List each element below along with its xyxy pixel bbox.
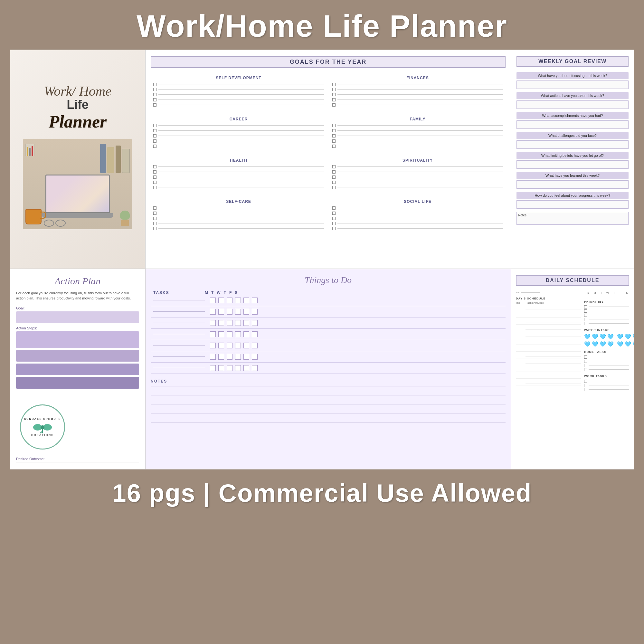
goals-panel: GOALS FOR THE YEAR SELF DEVELOPMENT FINA…	[146, 50, 511, 269]
home-task-item	[584, 355, 629, 359]
cover-title-planner: Planner	[44, 112, 111, 132]
schedule-time-row	[516, 319, 581, 325]
goal-item	[332, 98, 503, 101]
pencil-cup-icon	[25, 144, 34, 156]
review-item-1: What have you been focusing on this week…	[516, 72, 629, 89]
goal-item	[332, 93, 503, 96]
day-s1: S	[586, 291, 591, 294]
priority-item	[584, 314, 629, 317]
review-q1: What have you been focusing on this week…	[516, 72, 629, 79]
goal-item	[332, 129, 503, 132]
home-task-item	[584, 360, 629, 363]
goal-item	[153, 124, 324, 127]
goal-item	[153, 139, 324, 143]
goal-sociallife: SOCIAL LIFE	[330, 197, 506, 235]
goal-item	[332, 139, 503, 143]
goal-self-development: SELF DEVELOPMENT	[151, 73, 327, 111]
brand-logo: SUNDAEE SPROUTS CREATIONS	[20, 404, 65, 450]
goal-item	[332, 181, 503, 184]
glasses-icon	[44, 220, 66, 227]
review-item-2: What actions have you taken this week?	[516, 92, 629, 109]
goal-item	[153, 103, 324, 107]
weekly-review-panel: WEEKLY GOAL REVIEW What have you been fo…	[511, 50, 634, 269]
todo-row-2	[151, 309, 506, 317]
time-header: Ime	[516, 301, 525, 304]
day-t: T	[211, 290, 214, 295]
goal-item	[153, 93, 324, 96]
goal-item	[332, 83, 503, 86]
notes-label: NOTES	[151, 379, 506, 384]
todo-row-3	[151, 320, 506, 329]
day-s: S	[235, 290, 238, 295]
goal-item	[332, 217, 503, 220]
todo-row-4	[151, 331, 506, 340]
notes-lines	[151, 386, 506, 422]
mug-icon	[25, 209, 42, 224]
home-tasks-header: HOME TASKS	[584, 350, 629, 354]
schedule-time-row	[516, 326, 581, 331]
cover-title-life: Life	[44, 98, 111, 112]
cover-illustration	[23, 139, 132, 229]
priority-item	[584, 309, 629, 313]
schedule-time-row	[516, 366, 581, 372]
review-answer-5	[516, 160, 629, 169]
work-tasks-header: WORK TASKS	[584, 374, 629, 378]
goal-item	[332, 134, 503, 137]
action-plan-desc: For each goal you're currently focusing …	[16, 290, 139, 301]
logo-top-text: SUNDAEE SPROUTS	[24, 417, 61, 421]
schedule-body: DAY'S SCHEDULE Ime Tasks/Activities	[516, 297, 629, 392]
goal-item	[332, 145, 503, 148]
review-q5: What limiting beliefs have you let go of…	[516, 152, 629, 159]
day-f: F	[618, 291, 623, 294]
water-row-1: 🩵 🩵 🩵 🩵 🩵 🩵 🩵 🩵	[584, 334, 629, 340]
goal-health-title: HEALTH	[153, 158, 324, 163]
water-drop: 🩵	[617, 334, 623, 340]
water-drop: 🩵	[625, 341, 631, 347]
priorities-header: PRIORITIES	[584, 300, 629, 303]
goal-item	[153, 129, 324, 132]
action-steps-label: Action Steps:	[16, 326, 139, 330]
daily-panel-title: DAILY SCHEDULE	[516, 275, 629, 286]
water-intake-header: WATER INTAKE	[584, 328, 629, 332]
logo-icon	[33, 421, 52, 433]
review-answer-2	[516, 100, 629, 109]
todo-row-5	[151, 343, 506, 351]
goal-item	[332, 206, 503, 210]
schedule-time-row	[516, 333, 581, 338]
goal-item	[332, 124, 503, 127]
goal-self-development-title: SELF DEVELOPMENT	[153, 76, 324, 80]
todo-title: Things to Do	[151, 275, 506, 285]
desired-outcome-label: Desired Outcome:	[16, 457, 139, 461]
goal-career-title: CAREER	[153, 117, 324, 121]
goal-item	[332, 170, 503, 174]
goal-item	[153, 175, 324, 179]
schedule-time-row	[516, 353, 581, 358]
water-drop: 🩵	[600, 334, 606, 340]
day-w: W	[217, 290, 221, 295]
action-steps-box-2	[16, 350, 139, 362]
schedule-time-row	[516, 380, 581, 385]
goal-item	[153, 222, 324, 225]
notes-label: Notes:	[518, 213, 527, 217]
water-drop: 🩵	[584, 341, 591, 347]
bottom-row: Action Plan For each goal you're current…	[10, 269, 634, 469]
day-m: M	[592, 291, 597, 294]
goal-item	[332, 222, 503, 225]
goal-item	[153, 186, 324, 189]
goal-item	[153, 206, 324, 210]
schedule-time-row	[516, 360, 581, 365]
goal-selfcare: SELF-CARE	[151, 197, 327, 235]
goal-item	[153, 83, 324, 86]
action-steps-box-4	[16, 377, 139, 389]
goal-item	[332, 175, 503, 179]
review-q7: How do you feel about your progress this…	[516, 192, 629, 199]
review-q4: What challenges did you face?	[516, 132, 629, 139]
goal-item	[153, 227, 324, 230]
cover-title-work: Work/ Home	[44, 84, 111, 98]
goal-item	[332, 103, 503, 107]
schedule-left: TE:	[516, 291, 540, 294]
action-steps-field: Action Steps:	[16, 326, 139, 389]
goal-item	[332, 165, 503, 168]
review-item-6: What have you learned this week?	[516, 172, 629, 189]
action-goal-field: Goal:	[16, 306, 139, 323]
